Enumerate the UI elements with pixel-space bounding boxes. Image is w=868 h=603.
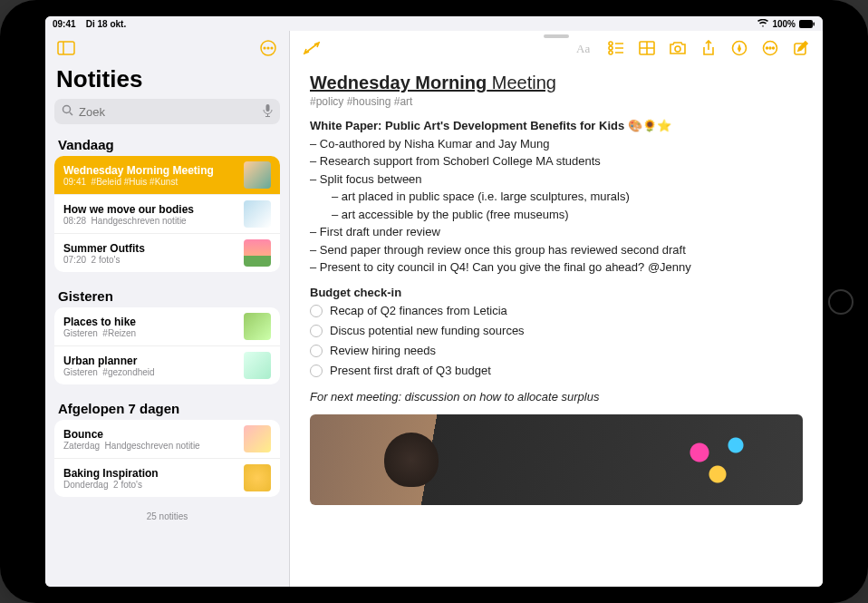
section-header-last7: Afgelopen 7 dagen: [54, 395, 280, 420]
checklist-item[interactable]: Recap of Q2 finances from Leticia: [310, 301, 803, 321]
note-attachment-image[interactable]: [310, 414, 803, 505]
note-editor: Aa: [290, 31, 823, 587]
svg-point-5: [264, 47, 265, 49]
note-line: – Split focus between: [310, 170, 803, 189]
svg-point-14: [609, 46, 612, 50]
home-button[interactable]: [828, 289, 854, 315]
svg-point-7: [271, 47, 273, 49]
note-body[interactable]: Wednesday Morning Meeting #policy #housi…: [290, 65, 823, 587]
note-thumbnail: [244, 161, 271, 189]
checkbox-icon[interactable]: [310, 345, 323, 357]
note-item-title: Bounce: [63, 428, 236, 441]
note-tags: #policy #housing #art: [310, 95, 803, 108]
note-thumbnail: [244, 239, 271, 267]
checkbox-icon[interactable]: [310, 305, 323, 317]
note-item[interactable]: Baking Inspiration Donderdag 2 foto's: [54, 459, 280, 497]
sidebar-toggle-button[interactable]: [54, 36, 78, 60]
note-item-sub: 07:20 2 foto's: [63, 255, 236, 265]
status-bar: 09:41 Di 18 okt. 100%: [45, 16, 823, 31]
note-item-title: How we move our bodies: [63, 203, 236, 216]
svg-point-6: [267, 47, 269, 49]
checklist-item[interactable]: Discus potential new funding sources: [310, 321, 803, 341]
note-item-title: Places to hike: [63, 316, 236, 328]
note-title: Wednesday Morning Meeting: [310, 73, 803, 93]
checklist-button[interactable]: [603, 35, 629, 61]
wifi-icon: [757, 19, 768, 28]
svg-text:Aa: Aa: [576, 42, 590, 55]
note-item-title: Baking Inspiration: [63, 467, 236, 480]
note-item[interactable]: Summer Outfits 07:20 2 foto's: [54, 234, 280, 272]
battery-icon: [799, 20, 815, 28]
note-item-sub: Donderdag 2 foto's: [63, 480, 236, 490]
svg-point-16: [609, 51, 612, 54]
note-footer-line: For next meeting: discussion on how to a…: [310, 390, 803, 404]
note-thumbnail: [244, 352, 271, 379]
note-item-sub: 08:28 Handgeschreven notitie: [63, 216, 236, 226]
markup-button[interactable]: [727, 35, 752, 61]
note-item-sub: Zaterdag Handgeschreven notitie: [63, 441, 236, 451]
checkbox-icon[interactable]: [310, 365, 323, 377]
note-item[interactable]: Bounce Zaterdag Handgeschreven notitie: [54, 420, 280, 459]
svg-point-26: [773, 47, 775, 49]
note-item-sub: Gisteren #gezondheid: [63, 367, 236, 377]
sidebar-title: Notities: [45, 65, 289, 99]
search-icon: [62, 104, 73, 119]
svg-point-25: [769, 47, 771, 49]
svg-rect-0: [799, 20, 813, 28]
note-line: – First draft under review: [310, 223, 803, 241]
note-heading: White Paper: Public Art's Development Be…: [310, 117, 803, 135]
note-item-title: Urban planner: [63, 355, 236, 367]
svg-rect-10: [266, 104, 270, 112]
note-line: – Co-authored by Nisha Kumar and Jay Mun…: [310, 135, 803, 153]
svg-point-21: [675, 46, 680, 52]
status-time: 09:41: [53, 19, 76, 29]
share-button[interactable]: [696, 35, 721, 61]
text-format-button[interactable]: Aa: [573, 35, 598, 61]
checkbox-icon[interactable]: [310, 325, 323, 337]
notes-count-footer: 25 notities: [54, 508, 280, 529]
section-header-today: Vandaag: [54, 131, 280, 156]
checklist-title: Budget check-in: [310, 286, 803, 299]
note-item-title: Wednesday Morning Meeting: [63, 164, 236, 177]
svg-rect-1: [814, 22, 815, 25]
svg-point-12: [609, 42, 612, 45]
expand-button[interactable]: [299, 35, 324, 61]
status-date: Di 18 okt.: [86, 19, 126, 29]
more-options-button[interactable]: [256, 36, 280, 60]
note-thumbnail: [244, 313, 271, 340]
svg-point-8: [63, 106, 71, 113]
drag-handle-icon[interactable]: [544, 34, 569, 38]
note-item[interactable]: How we move our bodies 08:28 Handgeschre…: [54, 195, 280, 234]
note-thumbnail: [244, 425, 271, 452]
camera-button[interactable]: [665, 35, 690, 61]
table-button[interactable]: [634, 35, 660, 61]
search-box[interactable]: [54, 99, 280, 124]
section-header-yesterday: Gisteren: [54, 283, 280, 307]
note-line: – art accessible by the public (free mus…: [310, 206, 803, 224]
mic-icon[interactable]: [263, 104, 273, 120]
note-line: – Present to city council in Q4! Can you…: [310, 258, 803, 277]
note-item-sub: Gisteren #Reizen: [63, 328, 236, 338]
status-battery-text: 100%: [772, 19, 796, 29]
note-thumbnail: [244, 464, 271, 491]
note-line: – Send paper through review once this gr…: [310, 241, 803, 259]
checklist-item[interactable]: Present first draft of Q3 budget: [310, 361, 803, 381]
svg-point-24: [767, 47, 768, 49]
note-line: – art placed in public space (i.e. large…: [310, 188, 803, 206]
checklist-item[interactable]: Review hiring needs: [310, 341, 803, 361]
more-button[interactable]: [757, 35, 783, 61]
note-item[interactable]: Urban planner Gisteren #gezondheid: [54, 346, 280, 384]
note-item-sub: 09:41 #Beleid #Huis #Kunst: [63, 177, 236, 187]
note-thumbnail: [244, 200, 271, 228]
editor-toolbar: Aa: [290, 31, 823, 65]
note-line: – Research support from Schoberl College…: [310, 152, 803, 170]
notes-sidebar: Notities Vandaag: [45, 31, 290, 587]
svg-rect-2: [58, 42, 74, 54]
note-item[interactable]: Wednesday Morning Meeting 09:41 #Beleid …: [54, 156, 280, 195]
svg-line-9: [70, 112, 72, 115]
note-item[interactable]: Places to hike Gisteren #Reizen: [54, 307, 280, 346]
note-item-title: Summer Outfits: [63, 242, 236, 255]
search-input[interactable]: [79, 105, 257, 119]
compose-button[interactable]: [788, 35, 814, 61]
